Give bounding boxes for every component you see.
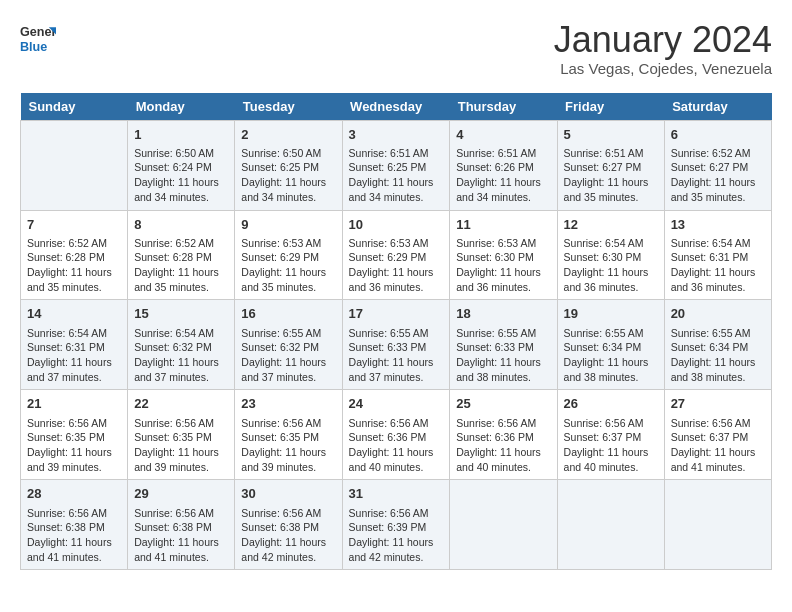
day-info: Sunrise: 6:54 AM Sunset: 6:32 PM Dayligh… <box>134 326 228 385</box>
day-number: 22 <box>134 395 228 413</box>
day-info: Sunrise: 6:56 AM Sunset: 6:35 PM Dayligh… <box>134 416 228 475</box>
calendar-cell: 31Sunrise: 6:56 AM Sunset: 6:39 PM Dayli… <box>342 480 450 570</box>
calendar-cell: 7Sunrise: 6:52 AM Sunset: 6:28 PM Daylig… <box>21 210 128 300</box>
calendar-cell <box>450 480 557 570</box>
calendar-week-row: 1Sunrise: 6:50 AM Sunset: 6:24 PM Daylig… <box>21 120 772 210</box>
calendar-cell: 8Sunrise: 6:52 AM Sunset: 6:28 PM Daylig… <box>128 210 235 300</box>
day-number: 7 <box>27 216 121 234</box>
day-info: Sunrise: 6:55 AM Sunset: 6:32 PM Dayligh… <box>241 326 335 385</box>
day-number: 19 <box>564 305 658 323</box>
day-number: 4 <box>456 126 550 144</box>
day-info: Sunrise: 6:55 AM Sunset: 6:33 PM Dayligh… <box>456 326 550 385</box>
logo: General Blue <box>20 20 56 56</box>
day-info: Sunrise: 6:56 AM Sunset: 6:36 PM Dayligh… <box>456 416 550 475</box>
day-number: 26 <box>564 395 658 413</box>
calendar-cell: 17Sunrise: 6:55 AM Sunset: 6:33 PM Dayli… <box>342 300 450 390</box>
day-number: 13 <box>671 216 765 234</box>
calendar-week-row: 14Sunrise: 6:54 AM Sunset: 6:31 PM Dayli… <box>21 300 772 390</box>
day-number: 10 <box>349 216 444 234</box>
day-info: Sunrise: 6:50 AM Sunset: 6:25 PM Dayligh… <box>241 146 335 205</box>
header-sunday: Sunday <box>21 93 128 121</box>
day-info: Sunrise: 6:53 AM Sunset: 6:30 PM Dayligh… <box>456 236 550 295</box>
calendar-cell: 26Sunrise: 6:56 AM Sunset: 6:37 PM Dayli… <box>557 390 664 480</box>
svg-text:Blue: Blue <box>20 40 47 54</box>
calendar-cell: 29Sunrise: 6:56 AM Sunset: 6:38 PM Dayli… <box>128 480 235 570</box>
day-number: 31 <box>349 485 444 503</box>
day-info: Sunrise: 6:55 AM Sunset: 6:34 PM Dayligh… <box>564 326 658 385</box>
header-tuesday: Tuesday <box>235 93 342 121</box>
day-info: Sunrise: 6:51 AM Sunset: 6:26 PM Dayligh… <box>456 146 550 205</box>
day-info: Sunrise: 6:56 AM Sunset: 6:35 PM Dayligh… <box>241 416 335 475</box>
day-number: 17 <box>349 305 444 323</box>
day-info: Sunrise: 6:56 AM Sunset: 6:37 PM Dayligh… <box>671 416 765 475</box>
day-info: Sunrise: 6:56 AM Sunset: 6:38 PM Dayligh… <box>241 506 335 565</box>
calendar-cell: 14Sunrise: 6:54 AM Sunset: 6:31 PM Dayli… <box>21 300 128 390</box>
calendar-cell: 12Sunrise: 6:54 AM Sunset: 6:30 PM Dayli… <box>557 210 664 300</box>
calendar-cell: 28Sunrise: 6:56 AM Sunset: 6:38 PM Dayli… <box>21 480 128 570</box>
day-number: 30 <box>241 485 335 503</box>
calendar-cell: 13Sunrise: 6:54 AM Sunset: 6:31 PM Dayli… <box>664 210 771 300</box>
day-info: Sunrise: 6:53 AM Sunset: 6:29 PM Dayligh… <box>349 236 444 295</box>
day-info: Sunrise: 6:54 AM Sunset: 6:31 PM Dayligh… <box>27 326 121 385</box>
day-number: 8 <box>134 216 228 234</box>
day-number: 3 <box>349 126 444 144</box>
calendar-cell: 11Sunrise: 6:53 AM Sunset: 6:30 PM Dayli… <box>450 210 557 300</box>
day-number: 9 <box>241 216 335 234</box>
calendar-cell: 6Sunrise: 6:52 AM Sunset: 6:27 PM Daylig… <box>664 120 771 210</box>
header-thursday: Thursday <box>450 93 557 121</box>
calendar-cell: 21Sunrise: 6:56 AM Sunset: 6:35 PM Dayli… <box>21 390 128 480</box>
header-monday: Monday <box>128 93 235 121</box>
calendar-cell <box>557 480 664 570</box>
day-number: 27 <box>671 395 765 413</box>
calendar-week-row: 21Sunrise: 6:56 AM Sunset: 6:35 PM Dayli… <box>21 390 772 480</box>
day-number: 11 <box>456 216 550 234</box>
calendar-cell: 16Sunrise: 6:55 AM Sunset: 6:32 PM Dayli… <box>235 300 342 390</box>
day-number: 14 <box>27 305 121 323</box>
day-info: Sunrise: 6:56 AM Sunset: 6:38 PM Dayligh… <box>134 506 228 565</box>
calendar-cell: 15Sunrise: 6:54 AM Sunset: 6:32 PM Dayli… <box>128 300 235 390</box>
calendar-cell <box>21 120 128 210</box>
calendar-table: SundayMondayTuesdayWednesdayThursdayFrid… <box>20 93 772 571</box>
day-info: Sunrise: 6:51 AM Sunset: 6:25 PM Dayligh… <box>349 146 444 205</box>
calendar-cell: 24Sunrise: 6:56 AM Sunset: 6:36 PM Dayli… <box>342 390 450 480</box>
day-number: 5 <box>564 126 658 144</box>
day-info: Sunrise: 6:56 AM Sunset: 6:37 PM Dayligh… <box>564 416 658 475</box>
calendar-cell: 20Sunrise: 6:55 AM Sunset: 6:34 PM Dayli… <box>664 300 771 390</box>
day-number: 23 <box>241 395 335 413</box>
day-number: 15 <box>134 305 228 323</box>
month-title: January 2024 <box>554 20 772 60</box>
day-number: 24 <box>349 395 444 413</box>
calendar-cell: 22Sunrise: 6:56 AM Sunset: 6:35 PM Dayli… <box>128 390 235 480</box>
day-info: Sunrise: 6:52 AM Sunset: 6:27 PM Dayligh… <box>671 146 765 205</box>
calendar-cell: 3Sunrise: 6:51 AM Sunset: 6:25 PM Daylig… <box>342 120 450 210</box>
calendar-cell: 30Sunrise: 6:56 AM Sunset: 6:38 PM Dayli… <box>235 480 342 570</box>
header-saturday: Saturday <box>664 93 771 121</box>
page-header: General Blue January 2024 Las Vegas, Coj… <box>20 20 772 77</box>
title-area: January 2024 Las Vegas, Cojedes, Venezue… <box>554 20 772 77</box>
calendar-cell: 19Sunrise: 6:55 AM Sunset: 6:34 PM Dayli… <box>557 300 664 390</box>
day-number: 16 <box>241 305 335 323</box>
day-number: 18 <box>456 305 550 323</box>
calendar-cell: 2Sunrise: 6:50 AM Sunset: 6:25 PM Daylig… <box>235 120 342 210</box>
day-number: 1 <box>134 126 228 144</box>
day-info: Sunrise: 6:52 AM Sunset: 6:28 PM Dayligh… <box>134 236 228 295</box>
calendar-week-row: 7Sunrise: 6:52 AM Sunset: 6:28 PM Daylig… <box>21 210 772 300</box>
day-info: Sunrise: 6:56 AM Sunset: 6:38 PM Dayligh… <box>27 506 121 565</box>
day-info: Sunrise: 6:54 AM Sunset: 6:30 PM Dayligh… <box>564 236 658 295</box>
day-number: 6 <box>671 126 765 144</box>
day-number: 21 <box>27 395 121 413</box>
calendar-cell: 4Sunrise: 6:51 AM Sunset: 6:26 PM Daylig… <box>450 120 557 210</box>
calendar-cell: 5Sunrise: 6:51 AM Sunset: 6:27 PM Daylig… <box>557 120 664 210</box>
calendar-cell: 27Sunrise: 6:56 AM Sunset: 6:37 PM Dayli… <box>664 390 771 480</box>
day-number: 20 <box>671 305 765 323</box>
day-info: Sunrise: 6:54 AM Sunset: 6:31 PM Dayligh… <box>671 236 765 295</box>
calendar-cell: 23Sunrise: 6:56 AM Sunset: 6:35 PM Dayli… <box>235 390 342 480</box>
day-info: Sunrise: 6:55 AM Sunset: 6:34 PM Dayligh… <box>671 326 765 385</box>
day-info: Sunrise: 6:50 AM Sunset: 6:24 PM Dayligh… <box>134 146 228 205</box>
day-number: 28 <box>27 485 121 503</box>
header-friday: Friday <box>557 93 664 121</box>
day-info: Sunrise: 6:52 AM Sunset: 6:28 PM Dayligh… <box>27 236 121 295</box>
calendar-cell: 10Sunrise: 6:53 AM Sunset: 6:29 PM Dayli… <box>342 210 450 300</box>
day-number: 2 <box>241 126 335 144</box>
location-subtitle: Las Vegas, Cojedes, Venezuela <box>554 60 772 77</box>
